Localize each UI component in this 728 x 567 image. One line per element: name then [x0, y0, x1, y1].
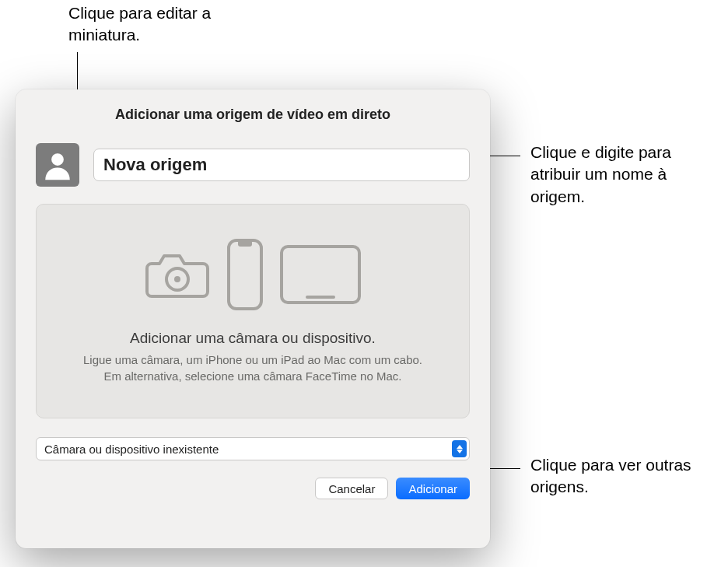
svg-rect-4 — [238, 240, 252, 247]
panel-subtext-2: Em alternativa, selecione uma câmara Fac… — [104, 368, 402, 384]
chevron-updown-icon — [452, 440, 467, 457]
cancel-button[interactable]: Cancelar — [315, 478, 388, 499]
svg-point-0 — [51, 153, 64, 166]
dialog-add-video-source: Adicionar uma origem de vídeo em direto — [16, 89, 490, 548]
person-silhouette-icon — [41, 149, 74, 181]
device-panel: Adicionar uma câmara ou dispositivo. Lig… — [36, 204, 470, 418]
header-row — [36, 143, 470, 187]
callout-thumbnail: Clique para editar a miniatura. — [68, 2, 263, 47]
dropdown-selected-label: Câmara ou dispositivo inexistente — [44, 443, 219, 456]
ipad-icon — [279, 244, 362, 305]
thumbnail-button[interactable] — [36, 143, 79, 187]
camera-device-dropdown[interactable]: Câmara ou dispositivo inexistente — [36, 437, 470, 460]
add-button[interactable]: Adicionar — [396, 478, 470, 499]
dialog-title: Adicionar uma origem de vídeo em direto — [36, 107, 470, 123]
callout-name: Clique e digite para atribuir um nome à … — [530, 142, 725, 208]
camera-icon — [144, 248, 211, 301]
svg-point-2 — [174, 276, 180, 282]
device-icon-row — [144, 238, 362, 311]
svg-rect-5 — [282, 247, 359, 303]
source-name-input[interactable] — [93, 149, 470, 181]
panel-heading: Adicionar uma câmara ou dispositivo. — [130, 330, 376, 347]
dialog-button-row: Cancelar Adicionar — [36, 478, 470, 499]
panel-subtext-1: Ligue uma câmara, um iPhone ou um iPad a… — [83, 352, 422, 368]
callout-sources: Clique para ver outras origens. — [530, 454, 725, 499]
svg-rect-3 — [229, 240, 261, 309]
iphone-icon — [226, 238, 264, 311]
